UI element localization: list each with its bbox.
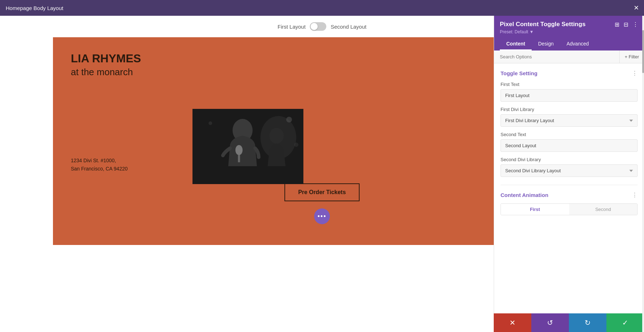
panel-header-icons: ⊞ ⊟ ⋮	[615, 21, 638, 28]
second-text-label: Second Text	[501, 132, 638, 137]
toggle-setting-section: Toggle Setting ⋮ First Text First Divi L…	[494, 63, 644, 182]
main-area: First Layout Second Layout LIA RHYMES at…	[0, 16, 644, 332]
top-bar: Homepage Body Layout ✕	[0, 0, 644, 16]
animation-tabs: First Second	[501, 203, 638, 215]
second-divi-library-select[interactable]: Second Divi Library Layout	[501, 164, 638, 177]
first-layout-label: First Layout	[278, 24, 306, 30]
preset-arrow: ▼	[530, 29, 534, 34]
pre-order-button[interactable]: Pre Order Tickets	[284, 183, 359, 201]
dots-button[interactable]: •••	[314, 208, 330, 224]
anim-tab-second[interactable]: Second	[569, 204, 638, 215]
first-divi-library-label: First Divi Library	[501, 107, 638, 112]
panel-tabs: Content Design Advanced	[500, 38, 638, 50]
second-text-input[interactable]	[501, 139, 638, 152]
scroll-track	[642, 16, 644, 332]
close-button[interactable]: ✕	[634, 4, 639, 12]
bottom-bar: ✕ ↺ ↻ ✓	[494, 313, 644, 332]
cancel-button[interactable]: ✕	[494, 313, 531, 332]
svg-rect-4	[238, 155, 240, 162]
tab-content[interactable]: Content	[500, 38, 532, 50]
svg-point-7	[209, 121, 212, 125]
filter-button[interactable]: + Filter	[619, 50, 644, 63]
svg-point-8	[294, 143, 298, 147]
reset-button[interactable]: ↺	[531, 313, 569, 332]
layout-icon[interactable]: ⊟	[624, 21, 628, 28]
first-text-input[interactable]	[501, 89, 638, 102]
search-input[interactable]	[494, 50, 619, 63]
window-title: Homepage Body Layout	[6, 5, 63, 11]
animation-section-title: Content Animation	[501, 192, 548, 198]
toggle-setting-header: Toggle Setting ⋮	[501, 70, 638, 77]
tab-advanced[interactable]: Advanced	[560, 38, 595, 50]
confirm-button[interactable]: ✓	[606, 313, 644, 332]
focus-icon[interactable]: ⊞	[615, 21, 619, 28]
panel-menu-icon[interactable]: ⋮	[633, 21, 638, 28]
panel-preset[interactable]: Preset: Default ▼	[500, 29, 638, 34]
tab-design[interactable]: Design	[532, 38, 560, 50]
panel-title: Pixel Content Toggle Settings	[500, 21, 586, 28]
svg-point-5	[269, 128, 284, 144]
first-text-label: First Text	[501, 82, 638, 87]
preset-label: Preset: Default	[500, 29, 528, 34]
refresh-button[interactable]: ↻	[569, 313, 606, 332]
first-divi-library-select[interactable]: First Divi Library Layout	[501, 114, 638, 127]
second-divi-library-label: Second Divi Library	[501, 157, 638, 162]
event-photo	[192, 109, 303, 184]
svg-point-3	[235, 145, 243, 155]
panel-header: Pixel Content Toggle Settings ⊞ ⊟ ⋮ Pres…	[494, 16, 644, 50]
toggle-setting-menu-icon[interactable]: ⋮	[632, 70, 638, 77]
content-animation-section: Content Animation ⋮ First Second	[494, 185, 644, 215]
animation-menu-icon[interactable]: ⋮	[632, 192, 638, 198]
right-panel: Pixel Content Toggle Settings ⊞ ⊟ ⋮ Pres…	[494, 16, 644, 332]
svg-point-6	[286, 117, 292, 122]
scroll-thumb[interactable]	[642, 30, 644, 73]
toggle-setting-title: Toggle Setting	[501, 70, 537, 76]
anim-tab-first[interactable]: First	[501, 204, 569, 215]
panel-header-top: Pixel Content Toggle Settings ⊞ ⊟ ⋮	[500, 21, 638, 28]
dots-icon: •••	[318, 213, 327, 220]
search-filter-row: + Filter	[494, 50, 644, 63]
panel-body: Toggle Setting ⋮ First Text First Divi L…	[494, 63, 644, 332]
layout-toggle[interactable]	[310, 22, 326, 31]
animation-section-header: Content Animation ⋮	[501, 192, 638, 198]
second-layout-label: Second Layout	[331, 24, 366, 30]
